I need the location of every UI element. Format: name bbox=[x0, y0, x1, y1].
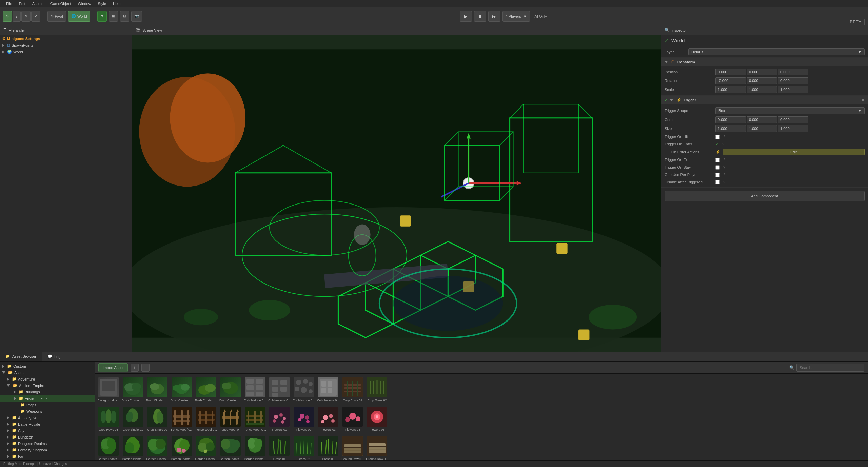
tree-item-apocalypse[interactable]: 📁 Apocalypse bbox=[0, 414, 95, 421]
position-z[interactable] bbox=[778, 69, 808, 75]
asset-item-grass-02[interactable]: Grass 02 bbox=[292, 434, 315, 460]
tree-item-battle-royale[interactable]: 📁 Battle Royale bbox=[0, 421, 95, 427]
asset-item-garden-plants-2[interactable]: Garden Plants... bbox=[146, 434, 169, 460]
position-y[interactable] bbox=[747, 69, 777, 75]
asset-item-crop-rows-01[interactable]: Crop Rows 01 bbox=[341, 376, 364, 404]
asset-item-garden-plants-1[interactable]: Garden Plants... bbox=[121, 434, 144, 460]
asset-item-bush-cluster-0[interactable]: Bush Cluster 0... bbox=[121, 376, 144, 404]
asset-item-crop-rows-03[interactable]: Crop Rows 03 bbox=[97, 405, 120, 433]
import-asset-button[interactable]: Import Asset bbox=[98, 363, 128, 372]
disable-after-checkbox[interactable] bbox=[715, 180, 720, 184]
hierarchy-item-minigame[interactable]: ⚙ Minigame Settings bbox=[0, 35, 132, 42]
scale-z[interactable] bbox=[778, 86, 808, 93]
asset-item-bush-cluster-1[interactable]: Bush Cluster 0... bbox=[146, 376, 169, 404]
tree-item-city[interactable]: 📁 City bbox=[0, 427, 95, 434]
active-checkbox[interactable]: ✓ bbox=[665, 38, 669, 43]
asset-item-bush-cluster-4[interactable]: Bush Cluster 0... bbox=[219, 376, 242, 404]
move-tool[interactable]: ↕ bbox=[13, 11, 21, 22]
asset-item-flowers-01[interactable]: Flowers 01 bbox=[268, 405, 291, 433]
one-use-checkbox[interactable] bbox=[715, 173, 720, 177]
scale-tool[interactable]: ⤢ bbox=[31, 11, 40, 22]
asset-item-grass-01[interactable]: Grass 01 bbox=[268, 434, 291, 460]
center-y[interactable] bbox=[747, 116, 777, 123]
rotate-tool[interactable]: ↻ bbox=[21, 11, 31, 22]
on-enter-edit-button[interactable]: Edit bbox=[723, 149, 865, 155]
asset-item-garden-plants-6[interactable]: Garden Plants... bbox=[243, 434, 267, 460]
asset-item-cobblestone-1[interactable]: Cobblestone 0... bbox=[268, 376, 291, 404]
play-button[interactable]: ▶ bbox=[460, 11, 472, 22]
menu-style[interactable]: Style bbox=[95, 1, 110, 6]
trigger-on-stay-checkbox[interactable] bbox=[715, 165, 720, 170]
asset-item-flowers-02[interactable]: Flowers 02 bbox=[292, 405, 315, 433]
zoom-in-button[interactable]: + bbox=[131, 364, 139, 372]
hand-tool[interactable]: ⊕ bbox=[3, 11, 12, 22]
size-z[interactable] bbox=[778, 125, 808, 132]
asset-item-fence-woof-2[interactable]: Fence Woof 0... bbox=[219, 405, 242, 433]
trigger-on-exit-help-icon[interactable]: ? bbox=[723, 158, 725, 162]
tab-log[interactable]: 💬 Log bbox=[42, 352, 66, 361]
trigger-on-hit-checkbox[interactable] bbox=[715, 135, 720, 139]
trigger-on-exit-checkbox[interactable] bbox=[715, 158, 720, 162]
asset-item-fence-woof-0[interactable]: Fence Woof 0... bbox=[170, 405, 193, 433]
transform-header[interactable]: ⬡ Transform bbox=[661, 58, 868, 66]
tree-item-custom[interactable]: 📁 Custom bbox=[0, 363, 95, 369]
scene-view[interactable] bbox=[132, 35, 661, 352]
center-z[interactable] bbox=[778, 116, 808, 123]
tab-asset-browser[interactable]: 📁 Asset Browser bbox=[0, 352, 42, 361]
tree-item-environments[interactable]: 📁 Environments bbox=[0, 395, 95, 402]
tree-item-adventure[interactable]: 📁 Adventure bbox=[0, 376, 95, 382]
asset-item-ground-row-0-b[interactable]: Ground Row 0... bbox=[366, 434, 389, 460]
asset-item-cobblestone-3[interactable]: Cobblestone 0... bbox=[317, 376, 340, 404]
tree-item-fantasy-kingdom[interactable]: 📁 Fantasy Kingdom bbox=[0, 447, 95, 453]
camera-button[interactable]: 📷 bbox=[131, 11, 142, 22]
asset-item-fence-woof-1[interactable]: Fence Woof 0... bbox=[195, 405, 218, 433]
center-x[interactable] bbox=[715, 116, 746, 123]
tree-item-farm[interactable]: 📁 Farm bbox=[0, 453, 95, 460]
trigger-header[interactable]: ✓ ⚡ Trigger ✕ bbox=[661, 96, 868, 104]
asset-item-ground-row-0-a[interactable]: Ground Row 0... bbox=[341, 434, 364, 460]
disable-after-help-icon[interactable]: ? bbox=[723, 180, 725, 184]
rotation-x[interactable] bbox=[715, 77, 746, 84]
asset-item-garden-plants-5[interactable]: Garden Plants... bbox=[219, 434, 242, 460]
tree-item-dungeon[interactable]: 📁 Dungeon bbox=[0, 434, 95, 440]
rotation-y[interactable] bbox=[747, 77, 777, 84]
asset-item-cobblestone-2[interactable]: Cobblestone 0... bbox=[292, 376, 315, 404]
trigger-close-button[interactable]: ✕ bbox=[861, 98, 865, 102]
asset-item-garden-plants-3[interactable]: Garden Plants... bbox=[170, 434, 193, 460]
flag-button[interactable]: ⚑ bbox=[97, 11, 107, 22]
hierarchy-item-world[interactable]: 🌍 World bbox=[0, 48, 132, 55]
asset-item-flowers-03[interactable]: Flowers 03 bbox=[317, 405, 340, 433]
position-x[interactable] bbox=[715, 69, 746, 75]
asset-item-cobblestone-0[interactable]: Cobblestone 0... bbox=[243, 376, 267, 404]
menu-edit[interactable]: Edit bbox=[16, 1, 29, 6]
zoom-out-button[interactable]: - bbox=[141, 364, 150, 372]
world-button[interactable]: 🌐 World bbox=[68, 11, 90, 22]
tree-item-props[interactable]: 📁 Props bbox=[0, 402, 95, 408]
menu-file[interactable]: File bbox=[3, 1, 16, 6]
add-component-button[interactable]: Add Component bbox=[665, 191, 865, 201]
trigger-on-stay-help-icon[interactable]: ? bbox=[723, 166, 725, 169]
asset-item-crop-single-02[interactable]: Crop Single 02 bbox=[146, 405, 169, 433]
trigger-on-enter-help-icon[interactable]: ? bbox=[722, 142, 724, 146]
scale-x[interactable] bbox=[715, 86, 746, 93]
asset-item-bush-cluster-3[interactable]: Bush Cluster 0... bbox=[195, 376, 218, 404]
tree-item-dungeon-realms[interactable]: 📁 Dungeon Realms bbox=[0, 440, 95, 447]
menu-assets[interactable]: Assets bbox=[29, 1, 47, 6]
asset-item-garden-plants-0[interactable]: Garden Plants... bbox=[97, 434, 120, 460]
tree-item-ancient-empire[interactable]: 📂 Ancient Empire bbox=[0, 382, 95, 389]
grid-button[interactable]: ⊞ bbox=[109, 11, 118, 22]
pause-button[interactable]: ⏸ bbox=[474, 11, 486, 22]
pivot-button[interactable]: ⊕ Pivot bbox=[47, 11, 66, 22]
menu-window[interactable]: Window bbox=[74, 1, 94, 6]
size-x[interactable] bbox=[715, 125, 746, 132]
tree-item-weapons[interactable]: 📁 Weapons bbox=[0, 408, 95, 414]
trigger-on-hit-help-icon[interactable]: ? bbox=[723, 135, 725, 139]
tree-item-assets[interactable]: 📂 Assets bbox=[0, 369, 95, 376]
asset-item-flowers-05[interactable]: Flowers 05 bbox=[366, 405, 389, 433]
size-y[interactable] bbox=[747, 125, 777, 132]
players-dropdown[interactable]: 4 Players ▼ bbox=[502, 11, 530, 22]
layer-dropdown[interactable]: Default ▼ bbox=[688, 48, 865, 55]
menu-gameobject[interactable]: GameObject bbox=[47, 1, 75, 6]
scale-y[interactable] bbox=[747, 86, 777, 93]
asset-item-fence-woof-g[interactable]: Fence Woof G... bbox=[243, 405, 267, 433]
